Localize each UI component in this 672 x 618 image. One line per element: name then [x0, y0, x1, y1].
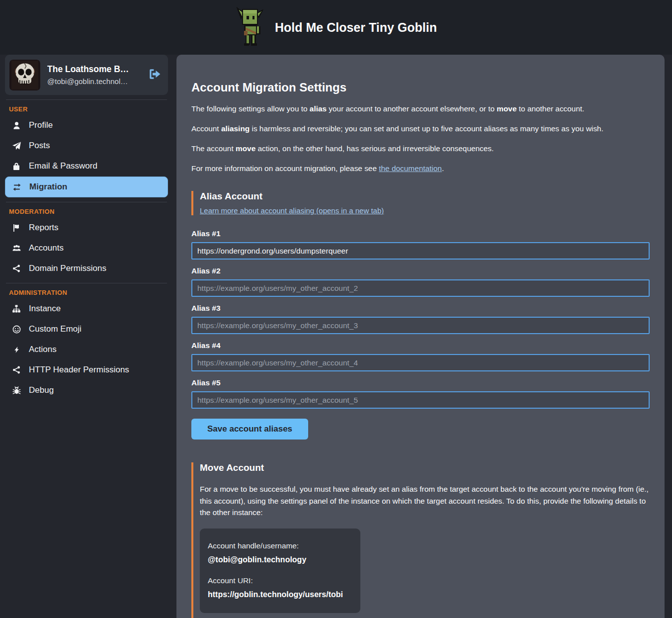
instance-title: Hold Me Closer Tiny Goblin	[275, 20, 437, 35]
smile-icon	[11, 325, 21, 333]
bolt-icon	[11, 346, 21, 353]
sitemap-icon	[11, 305, 21, 313]
sidebar-item-domain-permissions[interactable]: Domain Permissions	[5, 259, 168, 278]
paper-plane-icon	[11, 142, 21, 150]
account-handle-label: Account handle/username:	[208, 541, 351, 550]
sidebar-item-label: Posts	[29, 141, 50, 151]
alias-1-input[interactable]	[191, 242, 650, 260]
sidebar-divider	[6, 99, 167, 100]
sidebar-divider	[6, 202, 167, 202]
page-title: Account Migration Settings	[191, 81, 650, 94]
settings-sidebar: The Loathsome B… @tobi@goblin.technol… U…	[5, 55, 168, 401]
details-gap	[208, 564, 351, 576]
move-account-section: Move Account For a move to be successful…	[191, 462, 650, 618]
alias-2-input[interactable]	[191, 279, 650, 297]
alias-learn-more-link[interactable]: Learn more about account aliasing (opens…	[200, 206, 384, 215]
sign-out-icon	[148, 68, 161, 81]
intro-paragraph: The account move action, on the other ha…	[191, 143, 650, 154]
sidebar-item-label: Instance	[29, 304, 61, 314]
sidebar-item-migration[interactable]: Migration	[5, 177, 168, 197]
account-uri-label: Account URI:	[208, 576, 351, 585]
inline-link[interactable]: the documentation	[379, 164, 442, 173]
sidebar-item-label: Actions	[29, 345, 57, 354]
nav-category-user: USER	[9, 105, 168, 113]
alias-3-input[interactable]	[191, 317, 650, 334]
alias-section-heading: Alias Account	[200, 191, 650, 202]
alias-1-label: Alias #1	[191, 229, 650, 238]
sidebar-item-label: Migration	[29, 182, 68, 192]
intro-paragraph: The following settings allow you to alia…	[191, 103, 650, 114]
sidebar-item-http-header-permissions[interactable]: HTTP Header Permissions	[5, 360, 168, 380]
alias-3-label: Alias #3	[191, 304, 650, 313]
share-nodes-icon	[11, 366, 21, 374]
nav-category-moderation: MODERATION	[9, 208, 168, 215]
alias-4-input[interactable]	[191, 354, 650, 371]
user-icon	[11, 121, 21, 129]
sidebar-item-debug[interactable]: Debug	[5, 380, 168, 400]
alias-4-label: Alias #4	[191, 341, 650, 350]
alias-2-label: Alias #2	[191, 266, 650, 275]
intro-paragraph: For more information on account migratio…	[191, 163, 650, 174]
instance-header: Hold Me Closer Tiny Goblin	[0, 0, 672, 55]
sidebar-item-label: Domain Permissions	[29, 264, 106, 273]
lock-icon	[11, 162, 21, 170]
account-details-box: Account handle/username: @tobi@goblin.te…	[200, 529, 360, 613]
save-account-aliases-button[interactable]: Save account aliases	[191, 419, 308, 440]
move-paragraph: For a move to be successful, you must ha…	[200, 483, 650, 519]
sidebar-item-label: Email & Password	[29, 161, 97, 171]
users-icon	[11, 244, 21, 252]
user-handle: @tobi@goblin.technol…	[47, 77, 140, 86]
account-uri-value: https://goblin.technology/users/tobi	[208, 590, 351, 599]
sidebar-item-label: Debug	[29, 385, 54, 395]
goblin-pixel-logo	[235, 5, 265, 49]
sidebar-item-email-password[interactable]: Email & Password	[5, 156, 168, 176]
sidebar-item-reports[interactable]: Reports	[5, 218, 168, 238]
sidebar-item-label: HTTP Header Permissions	[29, 365, 129, 375]
sidebar-item-posts[interactable]: Posts	[5, 136, 168, 156]
sidebar-divider	[6, 283, 167, 283]
intro-paragraph: Account aliasing is harmless and reversi…	[191, 123, 650, 134]
flag-icon	[11, 224, 21, 232]
sidebar-item-profile[interactable]: Profile	[5, 115, 168, 135]
alias-account-section: Alias Account Learn more about account a…	[191, 191, 650, 215]
user-meta: The Loathsome B… @tobi@goblin.technol…	[47, 64, 140, 86]
sidebar-item-label: Profile	[29, 120, 53, 130]
skull-avatar	[9, 60, 40, 90]
bug-icon	[11, 386, 21, 394]
share-nodes-icon	[11, 265, 21, 272]
alias-5-input[interactable]	[191, 391, 650, 409]
sidebar-item-actions[interactable]: Actions	[5, 340, 168, 359]
alias-5-label: Alias #5	[191, 378, 650, 387]
nav-category-administration: ADMINISTRATION	[9, 289, 168, 296]
sidebar-item-custom-emoji[interactable]: Custom Emoji	[5, 319, 168, 339]
migration-settings-panel: Account Migration Settings The following…	[176, 55, 665, 618]
sign-out-button[interactable]	[147, 67, 162, 83]
sidebar-item-instance[interactable]: Instance	[5, 299, 168, 319]
user-card[interactable]: The Loathsome B… @tobi@goblin.technol…	[5, 55, 168, 95]
sidebar-item-accounts[interactable]: Accounts	[5, 238, 168, 258]
exchange-arrows-icon	[12, 183, 22, 191]
sidebar-item-label: Accounts	[29, 243, 64, 253]
alias-form: Alias #1 Alias #2 Alias #3 Alias #4 Alia…	[191, 229, 650, 440]
user-display-name: The Loathsome B…	[47, 64, 140, 75]
move-section-heading: Move Account	[200, 462, 650, 473]
account-handle-value: @tobi@goblin.technology	[208, 555, 351, 564]
sidebar-item-label: Custom Emoji	[29, 324, 82, 334]
sidebar-item-label: Reports	[29, 223, 59, 233]
